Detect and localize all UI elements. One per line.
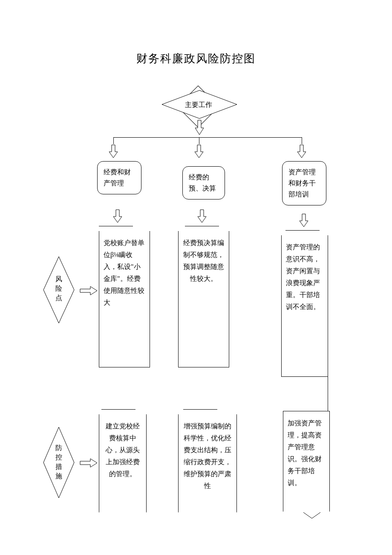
top-diamond-label: 主要工作 [185,101,212,110]
tick-risk-2 [185,226,219,226]
control-label: 防控措施 [55,443,63,481]
arrow-down-col1 [108,144,118,159]
arrow-risk-right [79,286,98,296]
risk-box-3: 资产管理的意识不高，资产闲置与浪费现象严重。干部培训不全面。 [281,235,328,377]
arrow-work-to-risk-3 [299,213,309,228]
arrow-down-col2 [194,144,204,159]
tick-ctrl-1 [101,409,135,410]
arrow-down-col3 [297,144,307,159]
branch-mid-drop [199,137,199,144]
work-box-2: 经费的预、决算 [182,166,225,199]
arrow-work-to-risk-2 [197,209,207,223]
arrow-down-main [194,119,205,136]
arrow-control-right [79,458,98,468]
work-box-1: 经费和财产管理 [97,161,141,194]
branch-left-drop [113,137,114,144]
risk-box-2: 经费预决算编制不够规范，预算调整随意性较大。 [178,231,229,367]
control-box-1: 建立党校经费核算中心，从源头上加强经费的管理。 [99,414,147,512]
branch-line [113,137,302,138]
arrow-work-to-risk-1 [112,209,123,223]
tick-risk-1 [99,226,133,226]
control-box-2: 增强预算编制的科学性，优化经费支出结构，压缩行政费开支，维护预算的严肃性 [178,414,237,512]
tick-risk-3 [285,230,320,231]
risk-label: 风险点 [55,275,63,303]
bottom-angle-icon [303,512,321,519]
control-box-3: 加强资产管理，提高资产管理意识。强化财务干部培训。 [283,411,330,512]
risk-box-1: 党校账户替单位β⅛瞒收入，私设"小金库"。经费使用随意性较大 [99,231,150,367]
branch-right-drop [302,137,302,144]
work-box-3: 资产管理和财务干部培训 [282,161,326,205]
page-title: 财务科廉政风险防控图 [0,0,392,66]
connector-risk-control-3 [328,377,328,411]
tick-ctrl-2 [183,409,217,410]
